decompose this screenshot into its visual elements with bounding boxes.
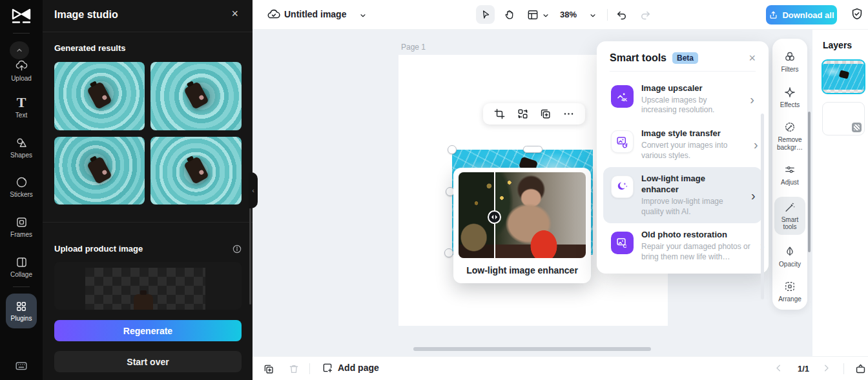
tool-item-low-light-enhancer[interactable]: Low-light image enhancer Improve low-lig… — [603, 167, 762, 223]
layer-thumbnail-background[interactable] — [822, 102, 865, 135]
resize-handle-top-center[interactable] — [523, 146, 542, 153]
sidebar-item-frames[interactable]: Frames — [0, 215, 43, 238]
shapes-icon — [15, 136, 28, 150]
divider — [43, 222, 253, 223]
sidebar-item-shapes[interactable]: Shapes — [0, 136, 43, 159]
arrange-icon — [783, 280, 796, 293]
chevron-down-icon[interactable] — [542, 12, 550, 19]
tool-desc: Convert your images into various styles. — [641, 141, 746, 161]
tool-item-old-photo-restoration[interactable]: C Old photo restoration Repair your dama… — [603, 223, 762, 268]
toolbar-item-opacity[interactable]: Opacity — [774, 243, 805, 270]
duplicate-page-icon[interactable] — [263, 363, 274, 375]
toolbar-item-filters[interactable]: Filters — [774, 48, 805, 75]
upload-cloud-icon — [15, 59, 28, 73]
resize-handle-bottom-left[interactable] — [444, 248, 453, 257]
svg-text:4K: 4K — [621, 97, 627, 102]
share-up-icon — [769, 10, 778, 20]
canvas-horizontal-scrollbar[interactable] — [413, 347, 651, 351]
preview-card-label: Low-light image enhancer — [453, 265, 591, 275]
image-studio-panel: Image studio × Generated results Upload … — [43, 0, 253, 380]
previous-page-icon[interactable] — [773, 363, 784, 374]
toolbar-item-effects[interactable]: Effects — [774, 84, 805, 111]
panel-title: Image studio — [54, 9, 118, 21]
duplicate-icon[interactable] — [539, 108, 552, 120]
start-over-button[interactable]: Start over — [54, 351, 242, 372]
product-bottle — [87, 156, 112, 185]
text-icon: T — [17, 95, 26, 110]
compare-slider-handle[interactable] — [488, 210, 501, 224]
chevron-down-icon[interactable] — [589, 12, 597, 19]
smart-tools-title: Smart tools — [610, 52, 666, 64]
top-bar: Untitled image 38% Download all — [253, 0, 868, 30]
tool-desc: Upscale images by increasing resolution. — [641, 95, 739, 115]
divider — [13, 33, 30, 34]
next-page-icon[interactable] — [821, 363, 832, 374]
bottom-bar: Add page 1/1 — [253, 356, 868, 380]
undo-icon[interactable] — [615, 8, 628, 21]
delete-page-icon[interactable] — [288, 363, 300, 375]
svg-text:C: C — [623, 243, 626, 249]
select-tool-button[interactable] — [476, 5, 495, 24]
collage-icon — [15, 255, 28, 269]
toolbar-item-remove-background[interactable]: Remove backgr… — [774, 119, 805, 153]
present-fullscreen-icon[interactable] — [854, 363, 867, 375]
product-bottle — [87, 81, 112, 110]
capcut-logo[interactable] — [11, 6, 32, 25]
divider — [607, 9, 608, 21]
upload-product-heading: Upload product image — [54, 244, 143, 254]
keyboard-shortcuts-icon[interactable] — [14, 359, 28, 373]
shield-check-icon[interactable] — [850, 7, 864, 21]
effects-icon — [783, 86, 796, 99]
sidebar-item-collage[interactable]: Collage — [0, 255, 43, 278]
tool-title: Low-light image enhancer — [641, 174, 727, 195]
uploaded-product-image[interactable] — [54, 262, 242, 310]
add-page-button[interactable]: Add page — [322, 362, 379, 374]
generated-result-thumbnail[interactable] — [150, 137, 242, 205]
toolbar-item-smart-tools[interactable]: Smart tools — [774, 197, 805, 235]
crop-icon[interactable] — [493, 108, 506, 120]
layout-frame-button[interactable] — [526, 8, 539, 21]
layer-thumbnail-selected[interactable] — [822, 59, 865, 94]
info-icon[interactable] — [232, 244, 242, 254]
hand-tool-button[interactable] — [503, 8, 516, 21]
sidebar-item-plugins[interactable]: Plugins — [6, 294, 37, 328]
regenerate-button[interactable]: Regenerate — [54, 320, 242, 341]
generated-result-thumbnail[interactable] — [54, 62, 145, 130]
chevron-down-icon[interactable] — [359, 12, 367, 19]
sidebar-item-text[interactable]: T Text — [0, 95, 43, 119]
more-options-icon[interactable] — [563, 108, 575, 120]
tool-item-image-style-transfer[interactable]: Image style transfer Convert your images… — [603, 122, 762, 167]
filters-icon — [783, 50, 796, 63]
resize-handle-top-left[interactable] — [448, 145, 457, 154]
cloud-save-icon — [267, 8, 281, 22]
scroll-up-circle-icon[interactable] — [10, 41, 29, 59]
old-photo-restoration-icon: C — [611, 232, 634, 254]
sidebar-item-stickers[interactable]: Stickers — [0, 175, 43, 198]
page-indicator: 1/1 — [798, 364, 809, 374]
close-icon[interactable]: × — [231, 8, 238, 19]
low-light-preview-card[interactable]: Low-light image enhancer — [453, 168, 591, 283]
chevron-right-icon: › — [750, 93, 758, 106]
collapse-panel-handle[interactable]: ‹ — [249, 172, 258, 208]
replace-icon[interactable] — [517, 108, 529, 120]
tool-item-image-upscaler[interactable]: 4K Image upscaler Upscale images by incr… — [603, 77, 762, 122]
product-bottle — [134, 294, 153, 310]
add-page-icon — [322, 362, 333, 374]
canvas-vertical-scrollbar[interactable] — [808, 112, 811, 252]
toolbar-item-arrange[interactable]: Arrange — [774, 278, 805, 305]
panel-scrollbar[interactable] — [249, 201, 251, 305]
frames-icon — [15, 215, 28, 229]
close-icon[interactable]: × — [749, 52, 756, 64]
download-all-button[interactable]: Download all — [766, 5, 837, 25]
project-title[interactable]: Untitled image — [284, 9, 346, 19]
sidebar-item-upload[interactable]: Upload — [0, 59, 43, 82]
divider — [309, 363, 310, 374]
zoom-level[interactable]: 38% — [560, 10, 577, 19]
redo-icon[interactable] — [639, 8, 652, 21]
before-after-photo — [459, 172, 586, 258]
popup-scrollbar[interactable] — [761, 114, 764, 299]
generated-result-thumbnail[interactable] — [54, 137, 145, 205]
toolbar-item-adjust[interactable]: Adjust — [774, 161, 805, 188]
beta-badge: Beta — [672, 52, 698, 64]
generated-result-thumbnail[interactable] — [150, 62, 242, 130]
